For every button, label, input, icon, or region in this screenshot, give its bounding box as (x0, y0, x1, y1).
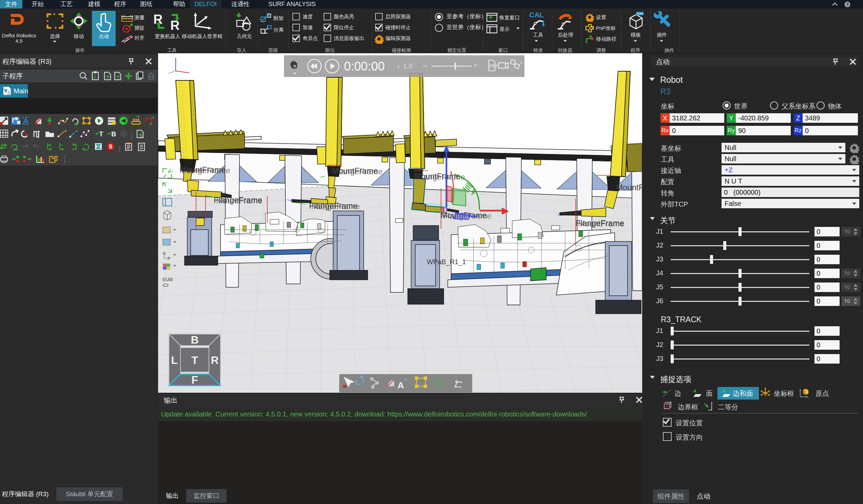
svg-text:FlangeFrame: FlangeFrame (416, 172, 465, 181)
svg-text:T: T (99, 130, 103, 138)
svg-text:CAL: CAL (529, 11, 544, 18)
svg-text:R: R (170, 18, 179, 31)
svg-text:MangeFrame: MangeFrame (311, 202, 360, 211)
svg-text:1.0: 1.0 (403, 62, 413, 70)
svg-text:S: S (140, 134, 142, 138)
svg-text:A: A (398, 380, 404, 390)
svg-text:S: S (109, 144, 113, 150)
svg-text:?: ? (846, 2, 849, 7)
svg-text:MountFrame: MountFrame (578, 219, 624, 228)
svg-text:PDF: PDF (489, 63, 498, 68)
svg-text:B: B (191, 334, 198, 346)
svg-text:x: x (397, 63, 400, 70)
svg-text:FlangeFrame: FlangeFrame (334, 167, 383, 176)
svg-text:B: B (111, 130, 116, 138)
svg-text:MountFra: MountFra (616, 183, 642, 192)
svg-text:F: F (191, 374, 198, 386)
svg-text:L: L (171, 354, 178, 366)
svg-text:T: T (191, 354, 198, 366)
svg-text:0:00:00: 0:00:00 (344, 59, 385, 73)
svg-text:WPaB_R1_1: WPaB_R1_1 (427, 258, 466, 266)
svg-text:FlangeFrame: FlangeFrame (182, 166, 230, 175)
svg-text:R: R (211, 354, 218, 366)
svg-text:SUB: SUB (162, 276, 173, 282)
svg-text:MountFrame: MountFrame (216, 196, 262, 205)
